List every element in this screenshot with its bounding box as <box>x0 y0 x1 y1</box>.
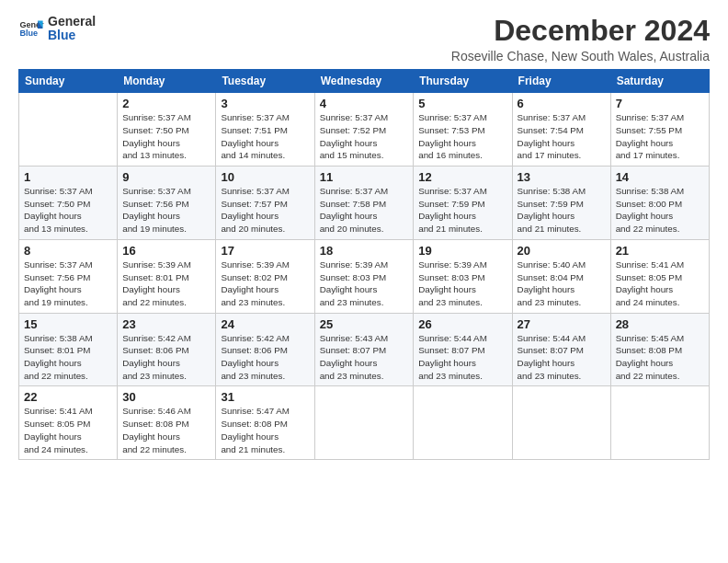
month-title: December 2024 <box>451 15 710 47</box>
calendar-cell: 9 Sunrise: 5:37 AM Sunset: 7:56 PM Dayli… <box>118 167 216 240</box>
calendar-week-3: 8 Sunrise: 5:37 AM Sunset: 7:56 PM Dayli… <box>19 239 710 313</box>
day-number: 2 <box>122 97 210 110</box>
day-number: 25 <box>320 317 409 331</box>
calendar-cell: 22 Sunrise: 5:41 AM Sunset: 8:05 PM Dayl… <box>19 386 118 460</box>
calendar-cell: 25 Sunrise: 5:43 AM Sunset: 8:07 PM Dayl… <box>314 313 414 386</box>
col-wednesday: Wednesday <box>314 70 414 93</box>
col-friday: Friday <box>512 70 610 93</box>
calendar-cell: 15 Sunrise: 5:38 AM Sunset: 8:01 PM Dayl… <box>19 313 118 386</box>
calendar-cell: 19 Sunrise: 5:39 AM Sunset: 8:03 PM Dayl… <box>414 239 512 313</box>
day-number: 27 <box>518 317 606 331</box>
calendar-cell: 30 Sunrise: 5:46 AM Sunset: 8:08 PM Dayl… <box>118 386 216 460</box>
day-info: Sunrise: 5:37 AM Sunset: 7:52 PM Dayligh… <box>320 111 409 162</box>
day-number: 24 <box>221 317 309 331</box>
calendar-cell: 27 Sunrise: 5:44 AM Sunset: 8:07 PM Dayl… <box>512 313 610 386</box>
day-number: 10 <box>221 170 309 184</box>
day-info: Sunrise: 5:38 AM Sunset: 8:00 PM Dayligh… <box>616 185 704 236</box>
day-info: Sunrise: 5:37 AM Sunset: 7:57 PM Dayligh… <box>221 185 309 236</box>
calendar-cell: 26 Sunrise: 5:44 AM Sunset: 8:07 PM Dayl… <box>414 313 512 386</box>
day-number: 1 <box>24 170 112 184</box>
calendar-cell: 5 Sunrise: 5:37 AM Sunset: 7:53 PM Dayli… <box>414 93 512 167</box>
day-number: 9 <box>122 170 210 184</box>
calendar-week-1: 2 Sunrise: 5:37 AM Sunset: 7:50 PM Dayli… <box>19 93 710 167</box>
day-info: Sunrise: 5:37 AM Sunset: 7:54 PM Dayligh… <box>518 111 606 162</box>
day-number: 7 <box>616 97 704 110</box>
header: General Blue General Blue December 2024 … <box>18 15 710 63</box>
logo-line1: General <box>48 15 96 29</box>
logo: General Blue General Blue <box>18 15 96 43</box>
calendar-cell: 6 Sunrise: 5:37 AM Sunset: 7:54 PM Dayli… <box>512 93 610 167</box>
calendar-cell: 4 Sunrise: 5:37 AM Sunset: 7:52 PM Dayli… <box>314 93 414 167</box>
day-info: Sunrise: 5:45 AM Sunset: 8:08 PM Dayligh… <box>616 332 704 383</box>
calendar-week-4: 15 Sunrise: 5:38 AM Sunset: 8:01 PM Dayl… <box>19 313 710 386</box>
day-info: Sunrise: 5:37 AM Sunset: 7:50 PM Dayligh… <box>24 185 112 236</box>
calendar-cell: 3 Sunrise: 5:37 AM Sunset: 7:51 PM Dayli… <box>216 93 314 167</box>
day-number: 20 <box>518 244 606 258</box>
day-info: Sunrise: 5:37 AM Sunset: 7:56 PM Dayligh… <box>122 185 210 236</box>
day-number: 6 <box>518 97 606 110</box>
day-info: Sunrise: 5:37 AM Sunset: 7:55 PM Dayligh… <box>616 111 704 162</box>
day-number: 15 <box>24 317 112 331</box>
subtitle: Roseville Chase, New South Wales, Austra… <box>451 49 710 63</box>
day-info: Sunrise: 5:38 AM Sunset: 8:01 PM Dayligh… <box>24 332 112 383</box>
page-container: General Blue General Blue December 2024 … <box>0 0 728 469</box>
day-info: Sunrise: 5:43 AM Sunset: 8:07 PM Dayligh… <box>320 332 409 383</box>
calendar-cell: 23 Sunrise: 5:42 AM Sunset: 8:06 PM Dayl… <box>118 313 216 386</box>
calendar-cell: 10 Sunrise: 5:37 AM Sunset: 7:57 PM Dayl… <box>216 167 314 240</box>
day-info: Sunrise: 5:37 AM Sunset: 7:53 PM Dayligh… <box>418 111 506 162</box>
day-number: 23 <box>122 317 210 331</box>
day-info: Sunrise: 5:44 AM Sunset: 8:07 PM Dayligh… <box>518 332 606 383</box>
calendar-cell: 7 Sunrise: 5:37 AM Sunset: 7:55 PM Dayli… <box>610 93 709 167</box>
day-info: Sunrise: 5:41 AM Sunset: 8:05 PM Dayligh… <box>616 259 704 309</box>
day-number: 18 <box>320 244 409 258</box>
col-sunday: Sunday <box>19 70 118 93</box>
day-info: Sunrise: 5:37 AM Sunset: 7:58 PM Dayligh… <box>320 185 409 236</box>
day-info: Sunrise: 5:42 AM Sunset: 8:06 PM Dayligh… <box>221 332 309 383</box>
day-info: Sunrise: 5:40 AM Sunset: 8:04 PM Dayligh… <box>518 259 606 309</box>
day-number: 31 <box>221 390 309 404</box>
logo-line2: Blue <box>48 29 96 42</box>
col-tuesday: Tuesday <box>216 70 314 93</box>
day-number: 21 <box>616 244 704 258</box>
day-info: Sunrise: 5:39 AM Sunset: 8:03 PM Dayligh… <box>320 259 409 309</box>
calendar-cell: 16 Sunrise: 5:39 AM Sunset: 8:01 PM Dayl… <box>118 239 216 313</box>
col-monday: Monday <box>118 70 216 93</box>
calendar-cell: 18 Sunrise: 5:39 AM Sunset: 8:03 PM Dayl… <box>314 239 414 313</box>
calendar-cell <box>610 386 709 460</box>
day-info: Sunrise: 5:41 AM Sunset: 8:05 PM Dayligh… <box>24 405 112 455</box>
day-info: Sunrise: 5:39 AM Sunset: 8:02 PM Dayligh… <box>221 259 309 309</box>
day-number: 26 <box>418 317 506 331</box>
day-info: Sunrise: 5:37 AM Sunset: 7:59 PM Dayligh… <box>418 185 506 236</box>
day-number: 3 <box>221 97 309 110</box>
day-info: Sunrise: 5:44 AM Sunset: 8:07 PM Dayligh… <box>418 332 506 383</box>
calendar-week-2: 1 Sunrise: 5:37 AM Sunset: 7:50 PM Dayli… <box>19 167 710 240</box>
calendar-cell <box>19 93 118 167</box>
calendar-cell <box>314 386 414 460</box>
day-info: Sunrise: 5:47 AM Sunset: 8:08 PM Dayligh… <box>221 405 309 455</box>
svg-text:Blue: Blue <box>19 29 38 39</box>
day-number: 11 <box>320 170 409 184</box>
day-number: 19 <box>418 244 506 258</box>
calendar-cell: 1 Sunrise: 5:37 AM Sunset: 7:50 PM Dayli… <box>19 167 118 240</box>
day-info: Sunrise: 5:37 AM Sunset: 7:51 PM Dayligh… <box>221 111 309 162</box>
day-number: 16 <box>122 244 210 258</box>
calendar-cell: 28 Sunrise: 5:45 AM Sunset: 8:08 PM Dayl… <box>610 313 709 386</box>
calendar-cell: 17 Sunrise: 5:39 AM Sunset: 8:02 PM Dayl… <box>216 239 314 313</box>
col-thursday: Thursday <box>414 70 512 93</box>
day-number: 30 <box>122 390 210 404</box>
calendar-cell <box>414 386 512 460</box>
day-info: Sunrise: 5:37 AM Sunset: 7:50 PM Dayligh… <box>122 111 210 162</box>
day-number: 14 <box>616 170 704 184</box>
calendar-cell: 20 Sunrise: 5:40 AM Sunset: 8:04 PM Dayl… <box>512 239 610 313</box>
title-block: December 2024 Roseville Chase, New South… <box>451 15 710 63</box>
calendar-cell: 13 Sunrise: 5:38 AM Sunset: 7:59 PM Dayl… <box>512 167 610 240</box>
day-number: 22 <box>24 390 112 404</box>
header-row: Sunday Monday Tuesday Wednesday Thursday… <box>19 70 710 93</box>
calendar-cell: 21 Sunrise: 5:41 AM Sunset: 8:05 PM Dayl… <box>610 239 709 313</box>
day-info: Sunrise: 5:39 AM Sunset: 8:01 PM Dayligh… <box>122 259 210 309</box>
calendar-cell: 31 Sunrise: 5:47 AM Sunset: 8:08 PM Dayl… <box>216 386 314 460</box>
calendar-cell: 2 Sunrise: 5:37 AM Sunset: 7:50 PM Dayli… <box>118 93 216 167</box>
day-number: 28 <box>616 317 704 331</box>
day-number: 17 <box>221 244 309 258</box>
calendar-cell: 8 Sunrise: 5:37 AM Sunset: 7:56 PM Dayli… <box>19 239 118 313</box>
